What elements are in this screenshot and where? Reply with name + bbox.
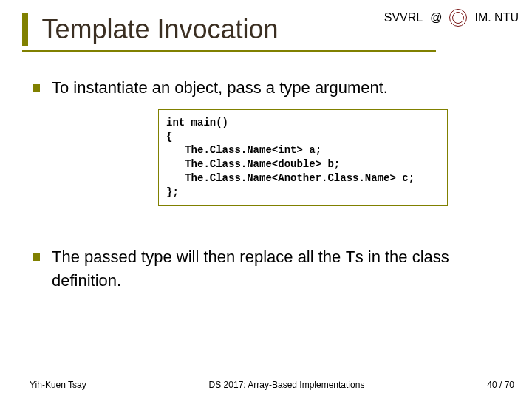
square-bullet-icon — [33, 84, 40, 92]
code-line: }; — [166, 186, 179, 198]
bullet-text: To instantiate an object, pass a type ar… — [52, 77, 388, 99]
code-line: { — [166, 131, 172, 143]
header-affiliation: SVVRL @ IM. NTU — [384, 9, 519, 27]
title-block: Template Invocation — [22, 13, 436, 52]
bullet-text-code: T — [345, 249, 355, 267]
slide-body: To instantiate an object, pass a type ar… — [33, 77, 502, 291]
bullet-item: To instantiate an object, pass a type ar… — [33, 77, 502, 99]
slide-footer: Yih-Kuen Tsay DS 2017: Array-Based Imple… — [0, 380, 532, 390]
bullet-text: The passed type will then replace all th… — [52, 246, 502, 291]
footer-page: 40 / 70 — [487, 380, 514, 390]
code-line: The.Class.Name<Another.Class.Name> c; — [166, 172, 415, 184]
bullet-item: The passed type will then replace all th… — [33, 246, 502, 291]
code-block: int main() { The.Class.Name<int> a; The.… — [158, 109, 448, 206]
org-right: IM. NTU — [474, 11, 519, 24]
org-left: SVVRL — [384, 11, 423, 24]
footer-author: Yih-Kuen Tsay — [30, 380, 86, 390]
code-line: The.Class.Name<int> a; — [166, 144, 321, 156]
footer-title: DS 2017: Array-Based Implementations — [209, 380, 365, 390]
bullet-text-part: The passed type will then replace all th… — [52, 248, 345, 266]
code-line: int main() — [166, 117, 228, 129]
ntu-seal-icon — [449, 9, 467, 27]
code-line: The.Class.Name<double> b; — [166, 158, 340, 170]
at-symbol: @ — [430, 11, 442, 24]
slide-title: Template Invocation — [41, 14, 278, 45]
square-bullet-icon — [33, 253, 40, 261]
title-accent-bar — [22, 13, 28, 46]
